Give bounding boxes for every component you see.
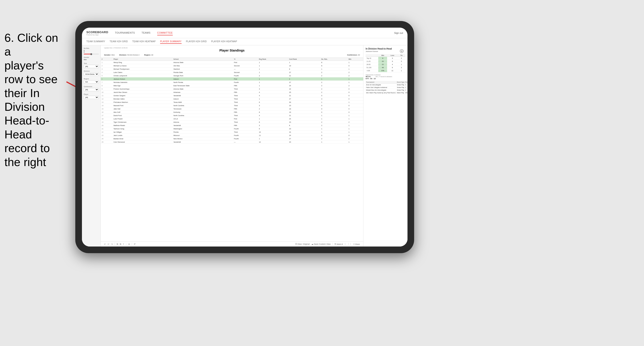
- table-row[interactable]: 4 Luke Claton Florida State Second 1 27 …: [101, 71, 363, 74]
- table-row[interactable]: 17 David Ford North Carolina Third 4 21 …: [101, 114, 363, 117]
- table-row[interactable]: 18 Luke Powell UCLA First 1 24 1 1: [101, 117, 363, 121]
- table-row[interactable]: 1 Wenyi Ding Arizona State First 1 1 8 1: [101, 61, 363, 64]
- table-row[interactable]: 12 Brendan Valles Auburn Third 1 27 3 0: [101, 97, 363, 101]
- table-row[interactable]: 14 Maxwell Ford North Carolina Third 3 2…: [101, 104, 363, 107]
- copy2-button[interactable]: ⧉: [120, 243, 121, 245]
- instruction-text: 6. Click on a player's row to see their …: [0, 26, 66, 173]
- toolbar-icon2[interactable]: ⋮⋮: [348, 243, 352, 245]
- table-row[interactable]: 3 Michael Thorbjornsen Stanford — 1 8 1 …: [101, 67, 363, 71]
- col-yr: Yr: [233, 58, 258, 61]
- player-select[interactable]: (All): [84, 96, 99, 99]
- table-row[interactable]: 19 Tiger Christensen Arizona Third 8 23 …: [101, 121, 363, 124]
- table-body: 1 Wenyi Ding Arizona State First 1 1 8 1…: [101, 61, 363, 144]
- table-row[interactable]: 15 Jake Hall Tennessee Fifth 2 18 0 0: [101, 107, 363, 111]
- sidebar-player-section: Player (All): [84, 94, 99, 99]
- sidebar-year-section: Year (All): [84, 63, 99, 68]
- tourn-row[interactable]: SEC Match Play hosted by Jerry Pate Roun…: [366, 92, 408, 94]
- sidebar-division-section: Division NCAA Division I: [84, 70, 99, 76]
- table-row[interactable]: 7 Nicholas Gabrelick North Florida Fourt…: [101, 81, 363, 84]
- h2h-header: In Division Head-to-Head Jackson Koivun …: [366, 47, 405, 52]
- table-row[interactable]: 10 Jacob Max Olesen Arkansas Fifth 4 25 …: [101, 91, 363, 94]
- table-row[interactable]: 22 Ian Gilligan Florida Third 10 24 1 1: [101, 131, 363, 134]
- nav-committee[interactable]: COMMITTEE: [157, 30, 173, 35]
- redo-button[interactable]: ↪: [111, 243, 113, 245]
- table-row[interactable]: 25 Cole Sherwood Vanderbilt — 12 23 1 1: [101, 140, 363, 144]
- tourn-row[interactable]: Mirabel Maui Jim Intercollegiate Stroke …: [366, 89, 408, 92]
- h2h-row-2650[interactable]: 26-50 22 4 1: [366, 63, 405, 66]
- h2h-row-top10[interactable]: Top 10 8 3 2: [366, 57, 405, 60]
- nav-tournaments[interactable]: TOURNAMENTS: [115, 30, 135, 35]
- panel-title: Player Standings: [104, 49, 360, 52]
- table-row[interactable]: 2 Michael La Sasso Ole Miss Second 1 19 …: [101, 64, 363, 67]
- sidebar-region-section: Region N/A: [84, 78, 99, 84]
- table-row[interactable]: 8 Mats Ege East Tennessee State Fifth 1 …: [101, 84, 363, 87]
- toolbar-icon1[interactable]: ↑: [344, 243, 346, 245]
- opp-stats: Opponents in division: 98.1% W-L-T recor…: [366, 74, 405, 80]
- sub-nav: TEAM SUMMARY TEAM H2H GRID TEAM H2H HEAT…: [82, 38, 408, 45]
- tab-player-h2h-grid[interactable]: PLAYER H2H GRID: [186, 40, 207, 44]
- player-table: # Player School Yr Reg Rank Conf Rank No…: [101, 58, 363, 144]
- sidebar-gender-section: Gender Men: [84, 57, 99, 60]
- conference-select[interactable]: (All): [84, 88, 99, 91]
- tournaments-table: Tournament Event Type Pos Score Amer Ari…: [366, 81, 408, 94]
- h2h-player-name: Jackson Koivun: [366, 50, 405, 52]
- col-rank: #: [101, 58, 112, 61]
- table-row[interactable]: 23 Jack Lundin Missouri Fourth 11 24 0 0: [101, 134, 363, 137]
- tab-player-h2h-heatmap[interactable]: PLAYER H2H HEATMAP: [211, 40, 237, 44]
- nav-teams[interactable]: TEAMS: [142, 30, 150, 35]
- h2h-panel: In Division Head-to-Head Jackson Koivun …: [363, 45, 408, 246]
- tab-team-h2h-grid[interactable]: TEAM H2H GRID: [110, 40, 128, 44]
- wlt-record: 674 - 33 - 12: [366, 78, 376, 80]
- logo-sub: Powered by clippi: [86, 34, 108, 36]
- nav-items: TOURNAMENTS TEAMS COMMITTEE: [115, 30, 394, 35]
- logo-text: SCOREBOARD: [86, 30, 108, 34]
- table-row[interactable]: 16 Alex Goff Kentucky Fifth 8 19 0 0: [101, 111, 363, 114]
- region-select[interactable]: N/A: [84, 80, 99, 84]
- h2h-row-51100[interactable]: 51-100 46 6 3: [366, 66, 405, 69]
- tab-team-h2h-heatmap[interactable]: TEAM H2H HEATMAP: [132, 40, 156, 44]
- undo2-button[interactable]: ↩: [108, 243, 110, 245]
- division-select[interactable]: NCAA Division I: [84, 72, 99, 76]
- table-row[interactable]: 9 Preston Summerhays Arizona State Third…: [101, 87, 363, 91]
- table-row[interactable]: 6 Jackson Koivun Auburn First 1 4 1 1: [101, 77, 363, 81]
- update-time: Update time: 27/03/2024 16:56:26: [104, 47, 360, 49]
- device-screen: SCOREBOARD Powered by clippi TOURNAMENTS…: [82, 28, 408, 246]
- close-h2h-button[interactable]: ✕: [400, 49, 404, 53]
- tourn-row[interactable]: Fallon Oak Collegiate Invitational Strok…: [366, 86, 408, 89]
- table-header-row: # Player School Yr Reg Rank Conf Rank No…: [101, 58, 363, 61]
- filter-row: Gender: Men Division: NCAA Division I Re…: [104, 53, 360, 57]
- table-row[interactable]: 21 Taehoon Song Washington Fourth 6 23 1…: [101, 127, 363, 131]
- table-row[interactable]: 13 Phichakun Maichon Texas A&M Third 6 3…: [101, 101, 363, 104]
- tourn-row[interactable]: Amer Ari Intercollegiate Stroke Play 4 -…: [366, 84, 408, 86]
- year-select[interactable]: (All): [84, 65, 99, 68]
- copy-button[interactable]: ⧉: [117, 243, 118, 245]
- bottom-toolbar: ↩ ↩ ↪ ⧉ ⧉ + - ◎ ↺ ☰ View: Original ☁ Sav…: [101, 241, 363, 246]
- save-custom-button[interactable]: ☁ Save Custom View: [311, 243, 331, 245]
- table-row[interactable]: 11 Gordon Sargent Vanderbilt Third 4 21 …: [101, 94, 363, 97]
- h2h-row-over100[interactable]: >100 578 11 1: [366, 69, 405, 72]
- standings-table: # Player School Yr Reg Rank Conf Rank No…: [101, 58, 363, 241]
- col-player: Player: [112, 58, 172, 61]
- undo-button[interactable]: ↩: [104, 243, 106, 245]
- watch-button[interactable]: 👁 Watch ▾: [334, 243, 343, 245]
- refresh-button[interactable]: ↺: [134, 243, 136, 245]
- panel-header: Update time: 27/03/2024 16:56:26 Player …: [101, 45, 363, 58]
- sidebar-no-rds: No Rds. 6 6: [84, 47, 99, 54]
- share-button[interactable]: ⬡ Share: [353, 243, 360, 245]
- sign-out-button[interactable]: Sign out: [394, 32, 403, 34]
- main-content: No Rds. 6 6 Gender Men Year: [82, 45, 408, 246]
- view-original-button[interactable]: ☰ View: Original: [295, 243, 310, 245]
- table-row[interactable]: 5 Christo Lamprecht Georgia Tech Fourth …: [101, 74, 363, 77]
- top-nav: SCOREBOARD Powered by clippi TOURNAMENTS…: [82, 28, 408, 38]
- h2h-row-1125[interactable]: 11-25 20 9 5: [366, 60, 405, 63]
- tab-player-summary[interactable]: PLAYER SUMMARY: [160, 40, 182, 44]
- col-conf-rank: Conf Rank: [288, 58, 320, 61]
- table-row[interactable]: 24 Bastian Amat New Mexico Fourth 1 27 2…: [101, 137, 363, 140]
- col-win: Win: [348, 58, 363, 61]
- sidebar-conference-section: Conference (All): [84, 86, 99, 91]
- col-school: School: [172, 58, 233, 61]
- table-row[interactable]: 20 Matthew Riedel Vanderbilt Fifth 3 8 2…: [101, 124, 363, 127]
- tournaments-section: Tournament Event Type Pos Score Amer Ari…: [366, 81, 405, 94]
- tab-team-summary[interactable]: TEAM SUMMARY: [86, 40, 105, 44]
- col-reg-rank: Reg Rank: [258, 58, 288, 61]
